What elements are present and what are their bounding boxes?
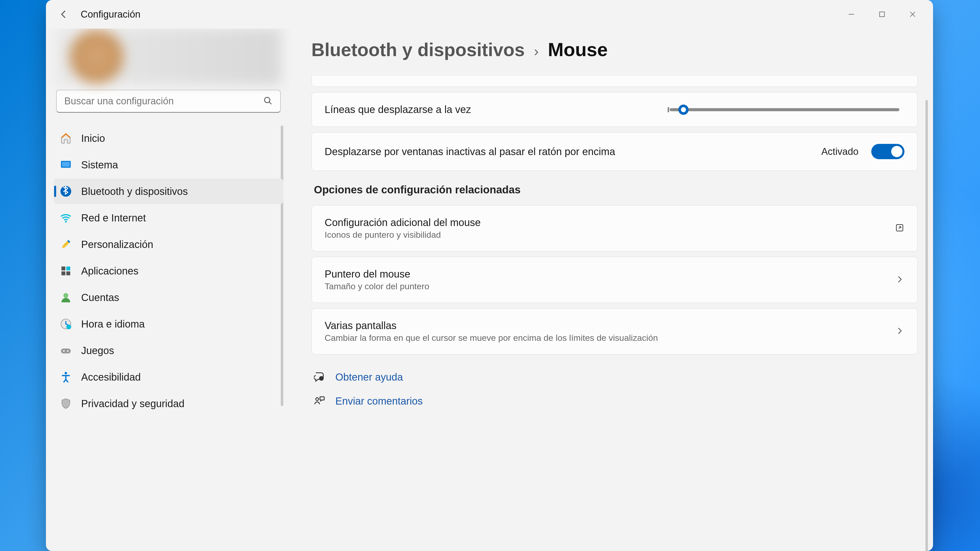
breadcrumb-parent[interactable]: Bluetooth y dispositivos xyxy=(311,39,525,60)
setting-card-scroll-lines: Líneas que desplazarse a la vez xyxy=(311,92,918,127)
svg-rect-1 xyxy=(880,12,885,17)
accounts-icon xyxy=(60,291,72,303)
chevron-right-icon: › xyxy=(534,43,539,59)
svg-point-19 xyxy=(67,350,68,352)
get-help-link[interactable]: ? Obtener ayuda xyxy=(311,367,918,387)
give-feedback-link[interactable]: Enviar comentarios xyxy=(311,391,918,411)
svg-point-18 xyxy=(63,350,65,352)
main-scrollbar[interactable] xyxy=(925,100,928,551)
sidebar-item-label: Aplicaciones xyxy=(81,265,138,277)
svg-point-4 xyxy=(265,97,270,103)
sidebar-item-label: Juegos xyxy=(81,345,114,356)
setting-label: Líneas que desplazarse a la vez xyxy=(325,104,662,115)
sidebar-item-red[interactable]: Red e Internet xyxy=(54,205,283,230)
search-box[interactable] xyxy=(56,90,281,113)
chevron-right-icon xyxy=(895,275,904,285)
slider-tick-icon xyxy=(668,107,669,112)
gaming-icon xyxy=(60,345,72,357)
setting-card-partial xyxy=(311,76,918,87)
footer-link-text: Enviar comentarios xyxy=(335,395,423,407)
svg-line-5 xyxy=(269,102,272,104)
toggle-state-label: Activado xyxy=(821,146,859,157)
sidebar-item-label: Sistema xyxy=(81,159,118,171)
sidebar: Inicio Sistema Bluetooth y dispositivos … xyxy=(46,29,291,551)
external-link-icon xyxy=(895,223,904,233)
svg-point-20 xyxy=(65,372,67,375)
back-button[interactable] xyxy=(56,6,72,22)
search-input[interactable] xyxy=(64,96,263,106)
sidebar-item-label: Red e Internet xyxy=(81,212,146,224)
profile-card[interactable] xyxy=(56,29,281,85)
system-icon xyxy=(60,159,72,171)
sidebar-item-juegos[interactable]: Juegos xyxy=(54,338,283,363)
footer-links: ? Obtener ayuda Enviar comentarios xyxy=(311,367,918,411)
sidebar-item-label: Cuentas xyxy=(81,292,119,303)
slider-thumb[interactable] xyxy=(678,105,689,115)
svg-rect-25 xyxy=(320,397,325,400)
svg-point-14 xyxy=(63,293,68,298)
sidebar-nav: Inicio Sistema Bluetooth y dispositivos … xyxy=(54,125,283,551)
svg-rect-10 xyxy=(62,267,65,270)
svg-rect-17 xyxy=(61,348,71,353)
svg-point-9 xyxy=(65,221,67,223)
wifi-icon xyxy=(60,212,72,224)
home-icon xyxy=(60,132,72,144)
related-item-subtitle: Cambiar la forma en que el cursor se mue… xyxy=(325,333,887,343)
sidebar-item-label: Accesibilidad xyxy=(81,372,141,383)
svg-point-16 xyxy=(66,324,71,329)
svg-point-8 xyxy=(60,186,71,197)
accessibility-icon xyxy=(60,371,72,383)
related-item-title: Configuración adicional del mouse xyxy=(325,217,887,228)
bluetooth-icon xyxy=(60,185,72,197)
search-icon xyxy=(263,96,272,106)
sidebar-item-privacidad[interactable]: Privacidad y seguridad xyxy=(54,391,283,416)
close-button[interactable] xyxy=(897,4,928,24)
chevron-right-icon xyxy=(895,326,904,337)
related-item-title: Puntero del mouse xyxy=(325,268,887,280)
privacy-icon xyxy=(60,397,72,410)
sidebar-item-label: Hora e idioma xyxy=(81,318,145,330)
titlebar: Configuración xyxy=(46,0,933,29)
svg-rect-12 xyxy=(62,272,65,275)
main-content: Bluetooth y dispositivos › Mouse Líneas … xyxy=(291,29,933,551)
sidebar-item-sistema[interactable]: Sistema xyxy=(54,152,283,178)
time-language-icon xyxy=(60,318,72,330)
svg-point-24 xyxy=(316,398,318,400)
help-icon: ? xyxy=(314,371,325,383)
window-controls xyxy=(836,4,928,24)
inactive-scroll-toggle[interactable] xyxy=(871,144,904,159)
sidebar-item-inicio[interactable]: Inicio xyxy=(54,125,283,151)
setting-card-inactive-scroll: Desplazarse por ventanas inactivas al pa… xyxy=(311,132,918,171)
scroll-lines-slider[interactable] xyxy=(670,108,899,111)
sidebar-item-aplicaciones[interactable]: Aplicaciones xyxy=(54,258,283,284)
sidebar-item-label: Personalización xyxy=(81,239,153,250)
footer-link-text: Obtener ayuda xyxy=(335,372,403,383)
app-title: Configuración xyxy=(81,9,140,20)
sidebar-item-hora[interactable]: Hora e idioma xyxy=(54,311,283,337)
sidebar-item-label: Inicio xyxy=(81,133,105,144)
related-item-title: Varias pantallas xyxy=(325,320,887,331)
setting-label: Desplazarse por ventanas inactivas al pa… xyxy=(325,146,814,157)
sidebar-item-cuentas[interactable]: Cuentas xyxy=(54,285,283,310)
maximize-button[interactable] xyxy=(867,4,897,24)
related-item-multiple-displays[interactable]: Varias pantallas Cambiar la forma en que… xyxy=(311,308,918,354)
personalization-icon xyxy=(60,238,72,251)
sidebar-item-label: Privacidad y seguridad xyxy=(81,398,185,410)
sidebar-item-label: Bluetooth y dispositivos xyxy=(81,186,188,197)
related-section-title: Opciones de configuración relacionadas xyxy=(314,184,918,196)
related-item-subtitle: Iconos de puntero y visibilidad xyxy=(325,230,887,240)
settings-window: Configuración Inicio Sistema xyxy=(46,0,933,551)
sidebar-item-accesibilidad[interactable]: Accesibilidad xyxy=(54,364,283,390)
related-item-mouse-pointer[interactable]: Puntero del mouse Tamaño y color del pun… xyxy=(311,257,918,303)
svg-rect-11 xyxy=(66,267,70,270)
svg-rect-7 xyxy=(62,162,70,167)
breadcrumb: Bluetooth y dispositivos › Mouse xyxy=(311,39,918,60)
minimize-button[interactable] xyxy=(836,4,867,24)
feedback-icon xyxy=(314,395,325,407)
sidebar-item-bluetooth[interactable]: Bluetooth y dispositivos xyxy=(54,179,283,204)
breadcrumb-current: Mouse xyxy=(548,39,608,60)
related-item-additional-mouse[interactable]: Configuración adicional del mouse Iconos… xyxy=(311,205,918,251)
sidebar-item-personalizacion[interactable]: Personalización xyxy=(54,232,283,257)
svg-rect-13 xyxy=(66,272,70,275)
toggle-knob xyxy=(891,146,902,157)
